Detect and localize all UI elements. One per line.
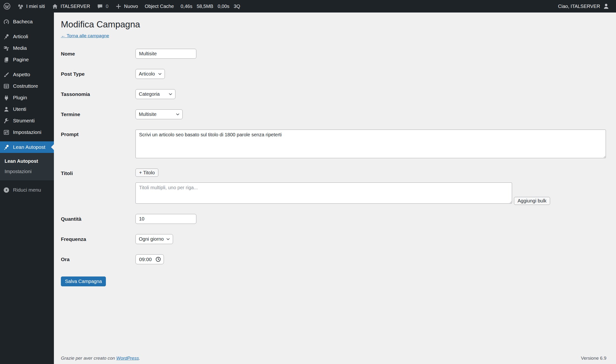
sidebar-item-aspetto[interactable]: Aspetto xyxy=(0,69,54,80)
submenu-item-impostazioni[interactable]: Impostazioni xyxy=(0,166,54,177)
nome-input[interactable] xyxy=(135,49,196,59)
site-link[interactable]: ITALSERVER xyxy=(48,0,94,13)
perf-time: 0,46s xyxy=(181,4,192,9)
chevron-down-icon xyxy=(168,92,173,96)
tassonomia-label: Tassonomia xyxy=(61,91,135,97)
bulk-titles-textarea[interactable] xyxy=(135,182,512,204)
form-row-ora: Ora 09:00 xyxy=(61,254,606,264)
plugin-icon xyxy=(3,94,10,101)
lean-autopost-submenu: Lean Autopost Impostazioni xyxy=(0,153,54,180)
quantita-input[interactable] xyxy=(135,214,196,224)
bulk-titles-row: Aggiungi bulk xyxy=(135,182,550,204)
collapse-menu-label: Riduci menu xyxy=(13,187,41,193)
version-label: Versione 6.9 xyxy=(581,356,606,361)
sidebar-item-label: Bacheca xyxy=(13,19,33,25)
my-sites-label: I miei siti xyxy=(26,4,45,9)
wordpress-logo-icon xyxy=(3,3,11,10)
footer-period: . xyxy=(139,356,140,361)
wordpress-logo-menu[interactable] xyxy=(0,0,14,13)
termine-select[interactable]: Multisite xyxy=(135,109,183,119)
admin-bar-left: I miei siti ITALSERVER 0 Nuovo Object Ca… xyxy=(0,0,243,13)
admin-bar: I miei siti ITALSERVER 0 Nuovo Object Ca… xyxy=(0,0,616,13)
frequenza-label: Frequenza xyxy=(61,236,135,242)
sidebar-item-bacheca[interactable]: Bacheca xyxy=(0,16,54,27)
settings-sliders-icon xyxy=(3,129,10,136)
quantita-label: Quantità xyxy=(61,216,135,222)
comments-menu[interactable]: 0 xyxy=(93,0,112,13)
media-icon xyxy=(3,45,10,52)
sidebar-item-label: Lean Autopost xyxy=(13,144,45,150)
termine-selected-value: Multisite xyxy=(139,112,156,117)
tassonomia-select[interactable]: Categoria xyxy=(135,89,175,99)
perf-queries: 3Q xyxy=(234,4,240,9)
sidebar-item-strumenti[interactable]: Strumenti xyxy=(0,115,54,127)
pages-icon xyxy=(3,56,10,63)
tassonomia-selected-value: Categoria xyxy=(139,91,160,97)
sidebar-item-utenti[interactable]: Utenti xyxy=(0,103,54,115)
clock-icon xyxy=(155,256,161,262)
ora-label: Ora xyxy=(61,257,135,262)
performance-stats: 0,46s 58,5MB 0,00s 3Q xyxy=(177,0,244,13)
multisite-icon xyxy=(17,3,24,10)
admin-bar-right: Ciao, ITALSERVER xyxy=(555,0,616,13)
greeting-label: Ciao, ITALSERVER xyxy=(558,4,600,9)
frequenza-selected-value: Ogni giorno xyxy=(139,236,164,242)
dashboard-icon xyxy=(3,18,10,25)
campaign-form: Nome Post Type Articolo Tassonomia Categ… xyxy=(61,49,606,286)
my-sites-menu[interactable]: I miei siti xyxy=(14,0,48,13)
builder-layout-icon xyxy=(3,83,10,90)
comments-count: 0 xyxy=(106,4,108,9)
sidebar-item-impostazioni[interactable]: Impostazioni xyxy=(0,127,54,138)
object-cache-label: Object Cache xyxy=(145,4,174,9)
form-row-prompt: Prompt Scrivi un articolo seo basato sul… xyxy=(61,130,606,158)
comment-bubble-icon xyxy=(97,3,103,10)
site-name: ITALSERVER xyxy=(61,4,90,9)
footer: Grazie per aver creato con WordPress. Ve… xyxy=(61,356,606,361)
sidebar-item-label: Articoli xyxy=(13,34,28,39)
submenu-item-label: Impostazioni xyxy=(5,169,31,174)
add-title-button[interactable]: + Titolo xyxy=(135,169,158,177)
form-row-tassonomia: Tassonomia Categoria xyxy=(61,89,606,99)
new-label: Nuovo xyxy=(124,4,138,9)
users-icon xyxy=(3,106,10,113)
form-row-titoli: Titoli + Titolo Aggiungi bulk xyxy=(61,169,606,204)
back-to-campaigns-link[interactable]: ← Torna alle campagne xyxy=(61,33,109,38)
my-account-menu[interactable]: Ciao, ITALSERVER xyxy=(555,0,613,13)
save-campaign-button[interactable]: Salva Campagna xyxy=(61,276,106,286)
sidebar-item-media[interactable]: Media xyxy=(0,42,54,54)
footer-thanks-text: Grazie per aver creato con xyxy=(61,356,116,361)
sidebar-item-costruttore[interactable]: Costruttore xyxy=(0,80,54,92)
object-cache-menu[interactable]: Object Cache xyxy=(141,0,177,13)
add-bulk-button[interactable]: Aggiungi bulk xyxy=(514,197,550,205)
collapse-menu-button[interactable]: Riduci menu xyxy=(0,184,54,196)
ora-time-input[interactable]: 09:00 xyxy=(135,254,164,264)
post-type-label: Post Type xyxy=(61,71,135,77)
sidebar-item-label: Impostazioni xyxy=(13,129,41,135)
avatar-icon xyxy=(603,3,610,10)
wordpress-link[interactable]: WordPress xyxy=(116,356,139,361)
perf-query-time: 0,00s xyxy=(217,4,229,9)
home-icon xyxy=(52,3,58,10)
new-content-menu[interactable]: Nuovo xyxy=(112,0,142,13)
pushpin-icon xyxy=(3,144,10,151)
collapse-arrow-icon xyxy=(3,187,10,193)
chevron-down-icon xyxy=(175,112,180,117)
form-row-quantita: Quantità xyxy=(61,214,606,224)
sidebar-item-pagine[interactable]: Pagine xyxy=(0,54,54,65)
post-type-selected-value: Articolo xyxy=(139,71,155,77)
prompt-textarea[interactable]: Scrivi un articolo seo basato sul titolo… xyxy=(135,130,606,158)
sidebar-item-articoli[interactable]: Articoli xyxy=(0,31,54,42)
chevron-down-icon xyxy=(166,237,170,241)
main-content: Modifica Campagna ← Torna alle campagne … xyxy=(54,13,616,364)
sidebar-item-lean-autopost[interactable]: Lean Autopost xyxy=(0,141,54,153)
post-type-select[interactable]: Articolo xyxy=(135,69,165,79)
frequenza-select[interactable]: Ogni giorno xyxy=(135,234,173,244)
sidebar-item-label: Costruttore xyxy=(13,83,38,89)
form-row-post-type: Post Type Articolo xyxy=(61,69,606,79)
sidebar-item-label: Aspetto xyxy=(13,72,30,78)
titoli-controls: + Titolo Aggiungi bulk xyxy=(135,169,550,204)
submenu-item-lean-autopost[interactable]: Lean Autopost xyxy=(0,156,54,166)
sidebar-item-plugin[interactable]: Plugin xyxy=(0,92,54,103)
wrench-icon xyxy=(3,117,10,124)
sidebar-item-label: Strumenti xyxy=(13,118,35,124)
